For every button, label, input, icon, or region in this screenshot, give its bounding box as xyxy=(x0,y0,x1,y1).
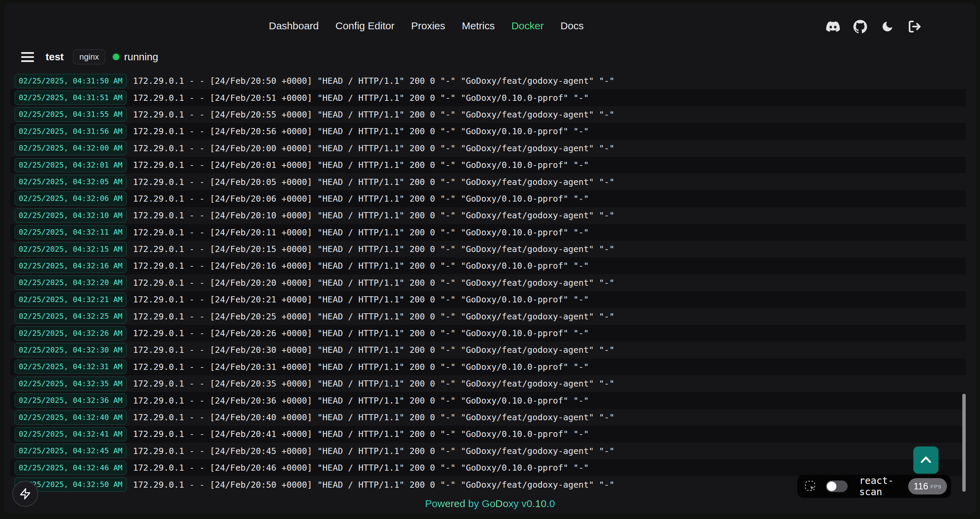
log-row: 02/25/2025, 04:32:26 AM172.29.0.1 - - [2… xyxy=(10,325,966,342)
log-message: 172.29.0.1 - - [24/Feb/20:25 +0000] "HEA… xyxy=(133,311,614,321)
log-row: 02/25/2025, 04:32:46 AM172.29.0.1 - - [2… xyxy=(10,459,966,476)
status-dot-icon xyxy=(113,53,119,60)
log-timestamp-badge: 02/25/2025, 04:32:21 AM xyxy=(14,292,127,307)
container-image-badge: nginx xyxy=(73,50,105,64)
log-row: 02/25/2025, 04:32:40 AM172.29.0.1 - - [2… xyxy=(10,409,966,426)
log-timestamp-badge: 02/25/2025, 04:32:01 AM xyxy=(14,158,127,172)
toggle-knob xyxy=(827,482,837,491)
top-nav-icons xyxy=(826,20,921,34)
chevron-up-icon xyxy=(918,453,933,468)
log-message: 172.29.0.1 - - [24/Feb/20:16 +0000] "HEA… xyxy=(133,261,589,271)
nav-docker[interactable]: Docker xyxy=(511,19,544,33)
log-message: 172.29.0.1 - - [24/Feb/20:21 +0000] "HEA… xyxy=(133,295,589,305)
log-timestamp-badge: 02/25/2025, 04:32:36 AM xyxy=(14,393,127,408)
log-message: 172.29.0.1 - - [24/Feb/20:55 +0000] "HEA… xyxy=(133,110,614,120)
log-row: 02/25/2025, 04:32:25 AM172.29.0.1 - - [2… xyxy=(10,308,966,324)
log-timestamp-badge: 02/25/2025, 04:32:10 AM xyxy=(14,208,127,223)
log-message: 172.29.0.1 - - [24/Feb/20:31 +0000] "HEA… xyxy=(133,362,589,372)
footer-brand-link[interactable]: GoDoxy xyxy=(482,498,519,509)
log-message: 172.29.0.1 - - [24/Feb/20:40 +0000] "HEA… xyxy=(133,412,614,422)
log-row: 02/25/2025, 04:32:06 AM172.29.0.1 - - [2… xyxy=(10,190,966,207)
log-message: 172.29.0.1 - - [24/Feb/20:46 +0000] "HEA… xyxy=(133,463,589,473)
log-timestamp-badge: 02/25/2025, 04:32:41 AM xyxy=(14,427,127,441)
log-message: 172.29.0.1 - - [24/Feb/20:00 +0000] "HEA… xyxy=(133,144,614,153)
react-scan-toggle[interactable] xyxy=(826,481,848,492)
github-icon[interactable] xyxy=(853,20,867,34)
log-message: 172.29.0.1 - - [24/Feb/20:06 +0000] "HEA… xyxy=(133,194,589,204)
log-row: 02/25/2025, 04:32:30 AM172.29.0.1 - - [2… xyxy=(10,342,966,358)
log-row: 02/25/2025, 04:32:31 AM172.29.0.1 - - [2… xyxy=(10,359,966,375)
footer-version: v0.10.0 xyxy=(522,498,555,509)
footer-prefix: Powered by xyxy=(425,498,479,509)
log-message: 172.29.0.1 - - [24/Feb/20:11 +0000] "HEA… xyxy=(133,227,589,237)
logout-icon[interactable] xyxy=(908,20,921,34)
log-timestamp-badge: 02/25/2025, 04:32:35 AM xyxy=(14,377,127,391)
log-viewer-card: Dashboard Config Editor Proxies Metrics … xyxy=(4,3,976,514)
log-timestamp-badge: 02/25/2025, 04:31:55 AM xyxy=(14,107,127,121)
top-nav: Dashboard Config Editor Proxies Metrics … xyxy=(269,19,584,33)
log-timestamp-badge: 02/25/2025, 04:32:15 AM xyxy=(14,242,127,256)
log-message: 172.29.0.1 - - [24/Feb/20:51 +0000] "HEA… xyxy=(133,93,589,103)
log-timestamp-badge: 02/25/2025, 04:32:16 AM xyxy=(14,259,127,273)
inspect-select-icon[interactable] xyxy=(804,480,817,493)
zap-icon xyxy=(19,488,31,500)
discord-icon[interactable] xyxy=(826,20,840,34)
log-row: 02/25/2025, 04:31:50 AM172.29.0.1 - - [2… xyxy=(10,72,966,89)
scrollbar-thumb[interactable] xyxy=(962,394,966,492)
log-timestamp-badge: 02/25/2025, 04:31:56 AM xyxy=(14,124,127,139)
nav-proxies[interactable]: Proxies xyxy=(411,19,445,33)
log-timestamp-badge: 02/25/2025, 04:32:00 AM xyxy=(14,141,127,155)
react-scan-toolbar: react-scan 116 FPS xyxy=(797,475,951,498)
log-timestamp-badge: 02/25/2025, 04:32:11 AM xyxy=(14,225,127,240)
quick-actions-button[interactable] xyxy=(12,481,38,507)
log-message: 172.29.0.1 - - [24/Feb/20:10 +0000] "HEA… xyxy=(133,211,614,220)
footer: Powered by GoDoxy v0.10.0 xyxy=(4,498,976,509)
log-message: 172.29.0.1 - - [24/Feb/20:30 +0000] "HEA… xyxy=(133,345,614,355)
log-timestamp-badge: 02/25/2025, 04:32:05 AM xyxy=(14,175,127,189)
log-message: 172.29.0.1 - - [24/Feb/20:50 +0000] "HEA… xyxy=(133,76,614,86)
nav-config-editor[interactable]: Config Editor xyxy=(336,19,395,33)
log-timestamp-badge: 02/25/2025, 04:32:45 AM xyxy=(14,444,127,458)
log-message: 172.29.0.1 - - [24/Feb/20:15 +0000] "HEA… xyxy=(133,244,614,254)
nav-metrics[interactable]: Metrics xyxy=(462,19,495,33)
log-row: 02/25/2025, 04:32:01 AM172.29.0.1 - - [2… xyxy=(10,156,966,173)
log-row: 02/25/2025, 04:32:45 AM172.29.0.1 - - [2… xyxy=(10,443,966,459)
log-timestamp-badge: 02/25/2025, 04:32:40 AM xyxy=(14,410,127,425)
nav-dashboard[interactable]: Dashboard xyxy=(269,19,319,33)
log-row: 02/25/2025, 04:32:16 AM172.29.0.1 - - [2… xyxy=(10,257,966,274)
log-row: 02/25/2025, 04:32:35 AM172.29.0.1 - - [2… xyxy=(10,375,966,392)
container-header: test nginx running xyxy=(21,46,158,68)
log-list[interactable]: 02/25/2025, 04:31:50 AM172.29.0.1 - - [2… xyxy=(10,72,966,493)
nav-docs[interactable]: Docs xyxy=(560,19,584,33)
log-row: 02/25/2025, 04:32:05 AM172.29.0.1 - - [2… xyxy=(10,173,966,190)
log-message: 172.29.0.1 - - [24/Feb/20:45 +0000] "HEA… xyxy=(133,446,614,456)
scroll-to-top-button[interactable] xyxy=(913,447,939,474)
log-message: 172.29.0.1 - - [24/Feb/20:36 +0000] "HEA… xyxy=(133,396,589,406)
log-timestamp-badge: 02/25/2025, 04:32:30 AM xyxy=(14,343,127,357)
log-row: 02/25/2025, 04:32:20 AM172.29.0.1 - - [2… xyxy=(10,275,966,291)
log-timestamp-badge: 02/25/2025, 04:32:26 AM xyxy=(14,326,127,340)
log-message: 172.29.0.1 - - [24/Feb/20:50 +0000] "HEA… xyxy=(133,480,614,490)
log-row: 02/25/2025, 04:32:00 AM172.29.0.1 - - [2… xyxy=(10,140,966,156)
react-scan-label: react-scan xyxy=(859,475,908,498)
log-row: 02/25/2025, 04:31:55 AM172.29.0.1 - - [2… xyxy=(10,106,966,123)
log-timestamp-badge: 02/25/2025, 04:32:31 AM xyxy=(14,359,127,374)
log-row: 02/25/2025, 04:32:15 AM172.29.0.1 - - [2… xyxy=(10,241,966,257)
container-name: test xyxy=(46,51,64,63)
log-timestamp-badge: 02/25/2025, 04:32:25 AM xyxy=(14,309,127,324)
log-message: 172.29.0.1 - - [24/Feb/20:41 +0000] "HEA… xyxy=(133,429,589,439)
log-timestamp-badge: 02/25/2025, 04:31:50 AM xyxy=(14,74,127,88)
log-row: 02/25/2025, 04:31:56 AM172.29.0.1 - - [2… xyxy=(10,123,966,140)
log-message: 172.29.0.1 - - [24/Feb/20:01 +0000] "HEA… xyxy=(133,160,589,170)
log-message: 172.29.0.1 - - [24/Feb/20:56 +0000] "HEA… xyxy=(133,126,589,136)
log-timestamp-badge: 02/25/2025, 04:32:06 AM xyxy=(14,192,127,206)
fps-value: 116 xyxy=(914,481,928,492)
menu-icon[interactable] xyxy=(21,51,35,63)
log-row: 02/25/2025, 04:32:10 AM172.29.0.1 - - [2… xyxy=(10,207,966,224)
fps-unit: FPS xyxy=(931,484,942,489)
log-timestamp-badge: 02/25/2025, 04:32:46 AM xyxy=(14,461,127,475)
log-timestamp-badge: 02/25/2025, 04:32:20 AM xyxy=(14,276,127,290)
log-message: 172.29.0.1 - - [24/Feb/20:20 +0000] "HEA… xyxy=(133,278,614,288)
fps-badge: 116 FPS xyxy=(908,478,947,495)
moon-icon[interactable] xyxy=(881,20,894,34)
